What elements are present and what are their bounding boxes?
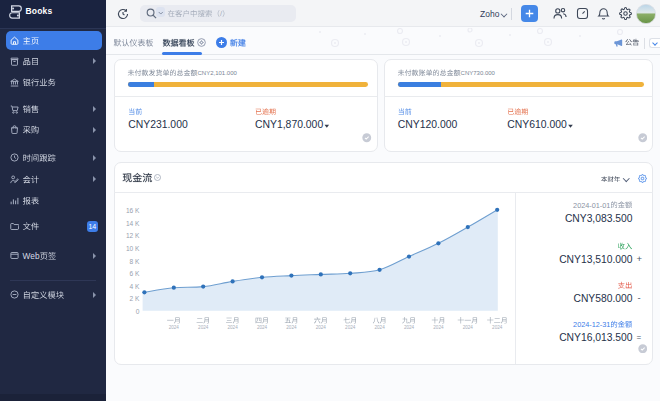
svg-text:2024: 2024 [375,325,386,330]
svg-text:CNY730.000: CNY730.000 [461,70,496,76]
svg-text:14 K: 14 K [126,220,140,227]
svg-text:2024: 2024 [198,325,209,330]
svg-text:CNY13,510.000: CNY13,510.000 [559,254,633,265]
svg-text:2024: 2024 [316,325,327,330]
svg-text:0: 0 [136,308,140,315]
svg-text:2024: 2024 [228,325,239,330]
svg-text:+: + [637,253,643,264]
svg-text:10 K: 10 K [126,245,140,252]
svg-text:2024-01-01: 2024-01-01 [573,201,610,210]
svg-text:2 K: 2 K [130,295,140,302]
svg-text:CNY16,013.500: CNY16,013.500 [559,332,633,343]
svg-text:2024: 2024 [492,325,503,330]
svg-text:CNY1,870.000: CNY1,870.000 [255,119,323,130]
svg-text:8 K: 8 K [130,258,140,265]
svg-text:2024: 2024 [404,325,415,330]
svg-text:CNY2,101.000: CNY2,101.000 [198,70,238,76]
svg-text:2024: 2024 [169,325,180,330]
svg-text:Web: Web [23,251,40,261]
svg-text:Zoho: Zoho [480,9,500,19]
svg-text:12 K: 12 K [126,232,140,239]
svg-text:16 K: 16 K [126,207,140,214]
svg-text:2024: 2024 [286,325,297,330]
svg-text:CNY120.000: CNY120.000 [398,119,458,130]
svg-text:2024: 2024 [463,325,474,330]
svg-text:CNY610.000: CNY610.000 [507,119,567,130]
svg-text:/: / [220,9,223,18]
svg-text:2024-12-31: 2024-12-31 [573,320,610,329]
svg-text:4 K: 4 K [130,283,140,290]
svg-text:2024: 2024 [433,325,444,330]
svg-text:-: - [637,292,640,303]
svg-text:CNY3,083.500: CNY3,083.500 [565,213,633,224]
svg-text:=: = [637,333,642,342]
svg-text:14: 14 [88,223,96,230]
svg-text:6 K: 6 K [130,270,140,277]
svg-text:CNY580.000: CNY580.000 [574,293,633,304]
svg-text:CNY231.000: CNY231.000 [128,119,188,130]
svg-text:2024: 2024 [345,325,356,330]
svg-text:2024: 2024 [257,325,268,330]
